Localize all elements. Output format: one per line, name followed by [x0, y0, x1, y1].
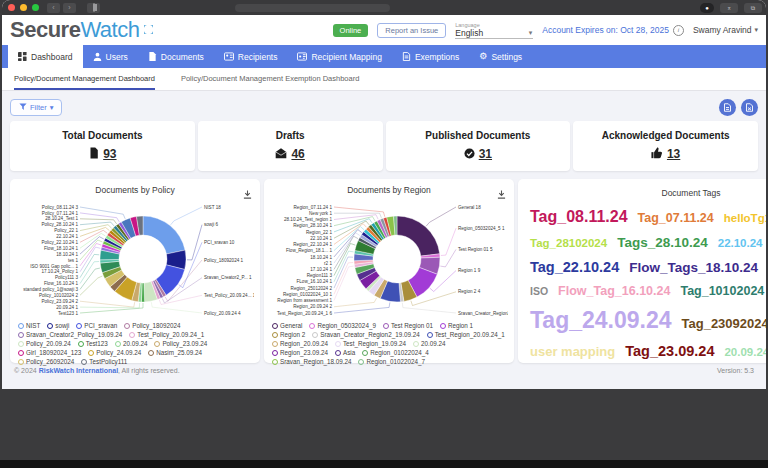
users-icon: [93, 52, 102, 61]
legend-item: Region 2: [272, 331, 305, 338]
donut-chart[interactable]: Region_07.11.24 1New york 128.10.24_Test…: [270, 197, 508, 321]
svg-text:Sravan_Creator_Region2_... 1: Sravan_Creator_Region2_... 1: [458, 311, 508, 316]
legend-item: Test_Policy_20.09.24_1: [129, 331, 204, 338]
recipient-mapping-icon: [297, 52, 307, 61]
tab-documents[interactable]: Documents: [138, 45, 214, 68]
legend-item: sowji: [47, 322, 69, 329]
legend-label: sowji: [55, 322, 69, 329]
export-excel-button[interactable]: [741, 99, 758, 116]
legend-swatch: [272, 332, 278, 338]
tab-recipients[interactable]: Recipients: [214, 45, 288, 68]
filter-button[interactable]: Filter ▾: [10, 99, 62, 116]
legend-swatch: [124, 323, 130, 329]
legend-label: Region_01022024_4: [370, 349, 428, 356]
company-link[interactable]: RiskWatch International: [39, 367, 118, 374]
legend-swatch: [129, 332, 135, 338]
main-nav: DashboardUsersDocumentsRecipientsRecipie…: [2, 45, 766, 68]
subtab-1[interactable]: Policy/Document Management Exemption Das…: [181, 68, 359, 90]
tab-dashboard[interactable]: Dashboard: [8, 45, 83, 68]
close-window-icon[interactable]: [8, 4, 15, 11]
stat-value-link[interactable]: 93: [103, 147, 116, 161]
language-select[interactable]: Language English ▾: [455, 22, 533, 39]
version-label: Version: 5.3: [717, 367, 754, 374]
legend-swatch: [18, 341, 24, 347]
svg-text:General 18: General 18: [458, 205, 481, 210]
legend-label: Region_23.09.24: [280, 349, 328, 356]
export-pdf-button[interactable]: [719, 99, 736, 116]
svg-text:Sravan_Creator2_P... 1: Sravan_Creator2_P... 1: [204, 275, 252, 280]
svg-text:Region_05032024_5 1: Region_05032024_5 1: [458, 226, 505, 231]
stat-value-link[interactable]: 31: [479, 147, 492, 161]
profile-icon[interactable]: ●: [700, 3, 714, 13]
svg-text:Test Region 01 5: Test Region 01 5: [458, 247, 493, 252]
download-chart-button[interactable]: [497, 185, 506, 203]
document-tags-card: Document Tags Tag_08.11.24Tag_07.11.24he…: [518, 179, 766, 363]
legend-swatch: [335, 350, 341, 356]
tag-row: Tag_28102024Tags_28.10.2422.10.24: [530, 235, 766, 250]
tag-row: ISOFlow_Tag_16.10.24Tag_10102024: [530, 284, 766, 298]
forward-icon[interactable]: ›: [63, 3, 76, 13]
sidebar-toggle-icon[interactable]: [87, 3, 100, 13]
maximize-window-icon[interactable]: [32, 4, 39, 11]
legend-swatch: [18, 359, 24, 365]
download-chart-button[interactable]: [243, 185, 252, 203]
stat-value-link[interactable]: 13: [667, 147, 680, 161]
svg-text:PCI_sravan 10: PCI_sravan 10: [204, 240, 235, 245]
legend-label: Region 1: [448, 322, 473, 329]
tag: helloTg1: [724, 212, 766, 224]
stat-card-published-documents: Published Documents31: [386, 121, 571, 171]
tag: Tag_23092024: [682, 316, 766, 331]
stat-value-link[interactable]: 46: [291, 147, 304, 161]
legend-label: Test_Policy_20.09.24_1: [137, 331, 204, 338]
svg-text:Region_20.09.24 2: Region_20.09.24 2: [293, 304, 332, 309]
legend-swatch: [88, 350, 94, 356]
address-bar[interactable]: [235, 4, 390, 12]
minimize-window-icon[interactable]: [20, 4, 27, 11]
tab-label: Documents: [161, 52, 204, 62]
legend-label: Policy_26092024: [26, 358, 74, 365]
donut-chart[interactable]: Policy_08.11.24 3Policy_07.11.24 128.10.…: [16, 197, 254, 321]
stat-title: Total Documents: [62, 130, 142, 141]
tag: 22.10.24: [718, 237, 763, 249]
svg-text:Policy_18092024 1: Policy_18092024 1: [204, 258, 244, 263]
legend-item: Region_01022024_7: [358, 358, 424, 365]
account-expiry: Account Expires on: Oct 28, 2025 i: [542, 25, 684, 36]
legend-label: Test Region 01: [391, 322, 433, 329]
tab-users[interactable]: Users: [83, 45, 138, 68]
window-controls: [8, 4, 39, 11]
legend-swatch: [358, 359, 364, 365]
tab-settings[interactable]: ⚙Settings: [469, 45, 532, 68]
report-issue-button[interactable]: Report an Issue: [377, 23, 446, 38]
desktop-dock-strip: [0, 460, 768, 468]
tag: Tag_10102024: [680, 284, 764, 298]
legend-label: Region 2: [280, 331, 305, 338]
info-icon[interactable]: i: [673, 25, 684, 36]
tag-row: Tag_24.09.24Tag_23092024: [530, 307, 766, 334]
tab-recipient-mapping[interactable]: Recipient Mapping: [287, 45, 391, 68]
user-menu[interactable]: Swamy Aravind ▾: [693, 25, 758, 35]
subtab-0[interactable]: Policy/Document Management Dashboard: [14, 68, 155, 90]
svg-text:Policy_08.11.24 3: Policy_08.11.24 3: [42, 205, 79, 210]
thumbs-up-icon: [651, 145, 663, 163]
share-icon[interactable]: ⌅: [720, 3, 738, 13]
tab-exemptions[interactable]: Exemptions: [392, 45, 469, 68]
svg-text:Region_22 1: Region_22 1: [306, 230, 332, 235]
svg-text:Test_Policy_20.09.24... 1: Test_Policy_20.09.24... 1: [204, 293, 254, 298]
legend-item: Region_23.09.24: [272, 349, 328, 356]
legend-label: 20.09.24: [123, 340, 148, 347]
legend-item: Policy_20.09.24: [18, 340, 71, 347]
svg-text:r2 1: r2 1: [324, 261, 332, 266]
funnel-icon: [19, 103, 27, 111]
back-icon[interactable]: ‹: [47, 3, 60, 13]
legend-item: Region 1: [440, 322, 473, 329]
stat-card-drafts: Drafts46: [198, 121, 383, 171]
legend-label: Region_20.09.24: [280, 340, 328, 347]
tag-cloud: Tag_08.11.24Tag_07.11.24helloTg1Tag_2810…: [530, 208, 766, 359]
svg-text:Region 2 4: Region 2 4: [458, 289, 481, 294]
svg-text:Region_07.11.24 1: Region_07.11.24 1: [294, 205, 333, 210]
svg-text:NIST 18: NIST 18: [204, 205, 221, 210]
fullscreen-icon[interactable]: [144, 14, 153, 40]
new-tab-icon[interactable]: ⧉: [744, 3, 762, 13]
browser-chrome: ‹ › ● ⌅ ⧉: [2, 0, 766, 15]
export-excel-icon: [745, 103, 754, 112]
